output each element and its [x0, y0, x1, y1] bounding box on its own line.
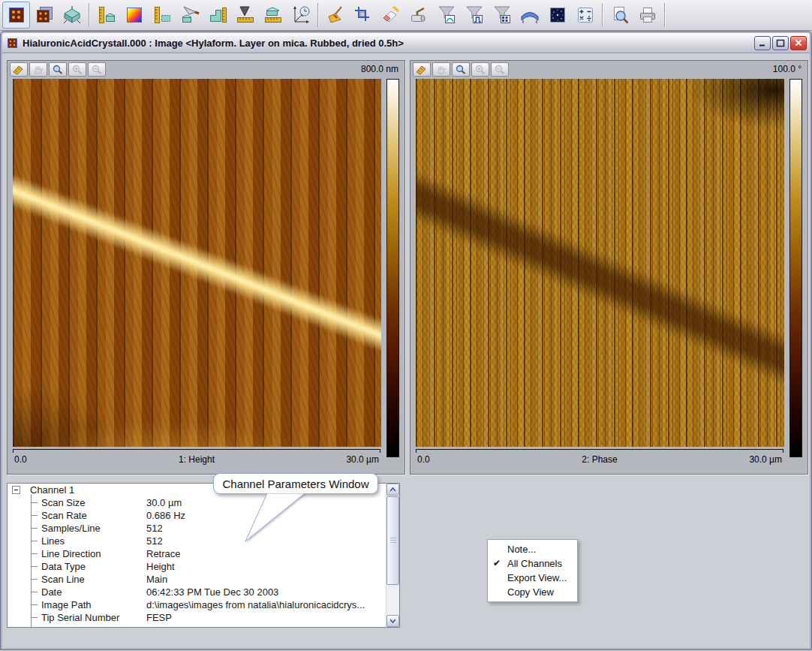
toolbar-button-image-multi[interactable]: [30, 2, 58, 29]
print-icon: [638, 5, 657, 25]
toolbar-button-flatten[interactable]: [516, 2, 543, 29]
chevron-up-icon: [389, 487, 397, 493]
window-title: HialuronicAcidCrystall.000 : Image <Hyla…: [23, 38, 754, 49]
param-row[interactable]: Aspect Ratio1.00: [8, 624, 386, 628]
channel-label: 2: Phase: [416, 454, 783, 465]
toolbar-button-color-scale[interactable]: [120, 2, 148, 29]
channel-label: 1: Height: [13, 454, 380, 465]
pan-hand-icon: [435, 65, 447, 75]
toolbar-button-surface-3d[interactable]: [58, 2, 86, 29]
toolbar-button-math-calculator[interactable]: [571, 2, 599, 29]
param-row[interactable]: Data TypeHeight: [8, 560, 386, 573]
param-value: Main: [146, 574, 167, 585]
toolbar-button-filter-boxcar[interactable]: [460, 2, 488, 29]
menu-item-export-view[interactable]: Export View...: [488, 571, 577, 585]
toolbar-button-roller-leveling[interactable]: [404, 2, 432, 29]
channel-parameters-callout: Channel Parameters Window: [213, 473, 378, 494]
menu-item-all-channels[interactable]: ✔All Channels: [488, 556, 577, 571]
minimize-button[interactable]: [754, 36, 771, 50]
filter-boxcar-icon: [465, 5, 484, 25]
phase-image[interactable]: [416, 79, 784, 447]
tip-qualification-icon: [236, 5, 255, 25]
ruler-tool-button[interactable]: [10, 62, 28, 77]
param-row[interactable]: Scan Size30.0 µm: [8, 496, 386, 509]
zoom-out-button[interactable]: [491, 62, 509, 77]
toolbar-button-filter-matrix[interactable]: [488, 2, 516, 29]
tree-line: [31, 604, 38, 605]
parameters-scrollbar[interactable]: [386, 484, 399, 627]
param-row[interactable]: Image Pathd:\images\images from natalia\…: [8, 598, 386, 611]
param-row[interactable]: Scan Rate0.686 Hz: [8, 509, 386, 522]
toolbar-button-tip-qualification[interactable]: [231, 2, 259, 29]
param-row[interactable]: Line DirectionRetrace: [8, 547, 386, 560]
param-row[interactable]: Samples/Line512: [8, 522, 386, 535]
toolbar-button-roughness-measure[interactable]: [259, 2, 287, 29]
zoom-out-icon: [91, 65, 103, 75]
toolbar-button-crop-rotate[interactable]: [349, 2, 377, 29]
param-label: Scan Line: [41, 574, 85, 585]
scroll-up-button[interactable]: [386, 484, 399, 496]
parameters-tree: Channel 1 Scan Size30.0 µm Scan Rate0.68…: [8, 484, 386, 627]
tree-root-label: Channel 1: [30, 484, 74, 496]
toolbar-button-section-knife[interactable]: [176, 2, 203, 29]
tree-line: [31, 553, 38, 554]
zoom-tool-button[interactable]: [49, 62, 67, 77]
pan-hand-button[interactable]: [29, 62, 47, 77]
zoom-tool-button[interactable]: [452, 62, 470, 77]
scrollbar-thumb[interactable]: [386, 496, 399, 585]
height-image-lower-streak: [13, 445, 242, 447]
param-value: 06:42:33 PM Tue Dec 30 2003: [146, 586, 278, 598]
close-button[interactable]: [790, 36, 807, 50]
phase-panel: 100.0 ° 0.0 2: Phase 30.0 µm: [410, 60, 808, 475]
tree-line: [31, 579, 38, 580]
param-value: 512: [146, 535, 163, 547]
param-row[interactable]: Tip Serial NumberFESP: [8, 611, 386, 624]
param-row[interactable]: Scan LineMain: [8, 573, 386, 586]
toolbar-button-image-view[interactable]: [2, 2, 30, 29]
param-row[interactable]: Date06:42:33 PM Tue Dec 30 2003: [8, 586, 386, 598]
axis-max-label: 30.0 µm: [749, 454, 782, 465]
close-icon: [794, 38, 803, 47]
maximize-button[interactable]: [772, 36, 789, 50]
toolbar-button-eraser[interactable]: [377, 2, 404, 29]
toolbar-button-ruler-measure[interactable]: [92, 2, 120, 29]
toolbar-button-clean-sweep[interactable]: [321, 2, 349, 29]
toolbar-button-xy-time-plot[interactable]: [287, 2, 314, 29]
menu-item-copy-view[interactable]: Copy View: [488, 585, 577, 599]
toolbar-button-print-preview[interactable]: [606, 2, 633, 29]
ruler-tool-button[interactable]: [413, 62, 431, 77]
menu-item-label: All Channels: [507, 558, 562, 569]
surface-3d-icon: [62, 5, 82, 25]
window-client-area: 800.0 nm 0.0 1: Height 30.0 µm 100.: [2, 53, 810, 648]
roughness-measure-icon: [263, 5, 283, 25]
context-menu: Note... ✔All Channels Export View... Cop…: [487, 539, 578, 602]
scroll-down-button[interactable]: [386, 615, 399, 627]
zoom-out-button[interactable]: [88, 62, 106, 77]
callout-tail: [245, 493, 308, 543]
param-value: 30.0 µm: [146, 497, 182, 508]
height-panel: 800.0 nm 0.0 1: Height 30.0 µm: [7, 60, 405, 475]
param-value: Height: [146, 561, 175, 572]
param-label: Line Direction: [41, 548, 101, 559]
toolbar-button-filter-lowpass[interactable]: [432, 2, 460, 29]
param-value: 512: [146, 523, 163, 534]
zoom-in-button[interactable]: [471, 62, 489, 77]
pan-hand-button[interactable]: [432, 62, 450, 77]
toolbar-button-step-measure[interactable]: [203, 2, 231, 29]
toolbar-button-spectrum-2d[interactable]: [543, 2, 571, 29]
menu-item-note[interactable]: Note...: [488, 542, 577, 556]
phase-axis-labels: 0.0 2: Phase 30.0 µm: [416, 454, 783, 466]
toolbar-button-depth-analysis[interactable]: [148, 2, 176, 29]
collapse-icon[interactable]: [12, 486, 20, 494]
height-image-bright-streak: [13, 168, 381, 357]
roller-leveling-icon: [409, 5, 429, 25]
param-row[interactable]: Lines512: [8, 535, 386, 547]
tree-line: [31, 592, 38, 592]
height-image[interactable]: [13, 79, 381, 447]
image-multi-icon: [35, 5, 54, 25]
param-label: Image Path: [41, 599, 92, 610]
zoom-in-button[interactable]: [68, 62, 86, 77]
toolbar-button-print[interactable]: [633, 2, 661, 29]
pan-hand-icon: [32, 65, 44, 75]
titlebar[interactable]: HialuronicAcidCrystall.000 : Image <Hyla…: [2, 33, 810, 53]
